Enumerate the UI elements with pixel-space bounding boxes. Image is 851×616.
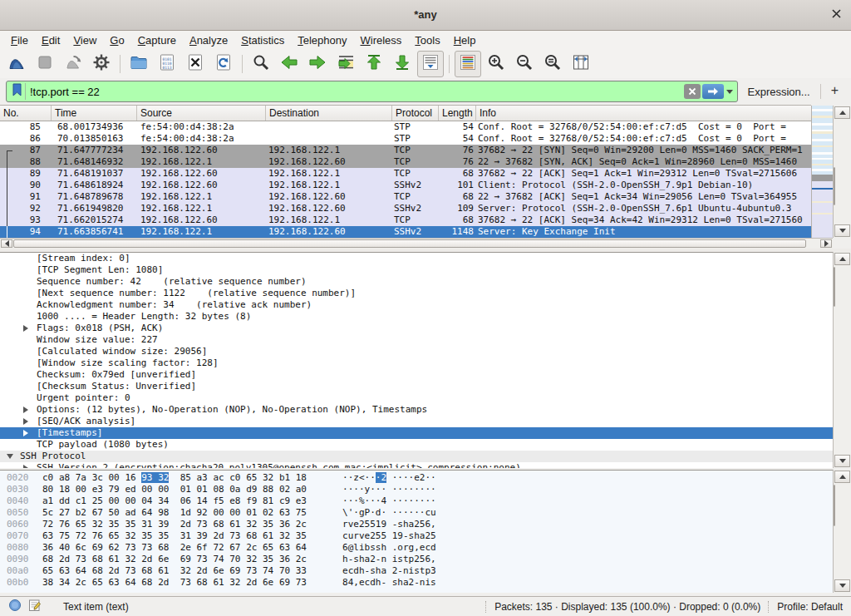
detail-line[interactable]: [TCP Segment Len: 1080] xyxy=(0,264,834,276)
scroll-right-button[interactable] xyxy=(820,239,832,248)
hex-row[interactable]: 008036 40 6c 69 62 73 73 68 2e 6f 72 67 … xyxy=(0,542,834,554)
menu-tools[interactable]: Tools xyxy=(408,31,446,50)
column-header-info[interactable]: Info xyxy=(476,106,811,121)
detail-line[interactable]: SSH Version 2 (encryption:chacha20-poly1… xyxy=(0,462,834,468)
column-header-destination[interactable]: Destination xyxy=(266,106,392,121)
scroll-down-button[interactable] xyxy=(834,455,850,467)
go-to-packet-button[interactable] xyxy=(332,51,359,77)
menu-edit[interactable]: Edit xyxy=(35,31,66,50)
scrollbar-thumb[interactable] xyxy=(13,239,806,248)
detail-line[interactable]: [Window size scaling factor: 128] xyxy=(0,357,834,369)
detail-line[interactable]: Options: (12 bytes), No-Operation (NOP),… xyxy=(0,404,834,416)
hex-row[interactable]: 00a065 63 64 68 2d 73 68 61 32 2d 6e 69 … xyxy=(0,565,834,577)
packet-row[interactable]: 8568.001734936fe:54:00:d4:38:2aSTP54Conf… xyxy=(0,121,811,133)
hex-pane-vscrollbar[interactable] xyxy=(833,470,851,593)
zoom-100-button[interactable] xyxy=(539,51,566,77)
hex-row[interactable]: 00b038 34 2c 65 63 64 68 2d 73 68 61 32 … xyxy=(0,577,834,589)
file-reload-button[interactable] xyxy=(210,51,237,77)
packet-list-minimap[interactable] xyxy=(811,106,833,238)
scrollbar-thumb[interactable] xyxy=(834,485,835,526)
scroll-left-button[interactable] xyxy=(1,239,12,248)
filter-clear-button[interactable] xyxy=(684,84,701,99)
packet-row[interactable]: 8971.648191037192.168.122.60192.168.122.… xyxy=(0,168,811,180)
detail-line[interactable]: SSH Protocol xyxy=(0,451,834,462)
add-filter-button[interactable]: + xyxy=(828,83,845,100)
close-button[interactable] xyxy=(828,7,844,23)
capture-comment-button[interactable] xyxy=(28,599,42,614)
packet-row[interactable]: 8670.013850163fe:54:00:d4:38:2aSTP54Conf… xyxy=(0,133,811,145)
scroll-up-button[interactable] xyxy=(834,471,850,483)
packet-row[interactable]: 9371.662015274192.168.122.60192.168.122.… xyxy=(0,214,811,226)
go-back-button[interactable] xyxy=(276,51,303,77)
menu-statistics[interactable]: Statistics xyxy=(234,31,291,50)
packet-row[interactable]: 9071.648618924192.168.122.60192.168.122.… xyxy=(0,180,811,191)
detail-line[interactable]: Window size value: 227 xyxy=(0,334,834,346)
hex-row[interactable]: 0040a1 dd c1 25 00 00 04 34 06 14 f5 e8 … xyxy=(0,495,834,507)
expand-arrow-icon[interactable] xyxy=(23,407,28,413)
detail-line[interactable]: Checksum: 0x79ed [unverified] xyxy=(0,369,834,381)
capture-restart-button[interactable] xyxy=(60,51,86,77)
expand-arrow-icon[interactable] xyxy=(23,325,28,332)
detail-line[interactable]: [Stream index: 0] xyxy=(0,253,834,264)
menu-wireless[interactable]: Wireless xyxy=(354,31,409,50)
capture-options-button[interactable] xyxy=(88,51,115,77)
menu-help[interactable]: Help xyxy=(447,31,483,50)
detail-line[interactable]: [Next sequence number: 1122 (relative se… xyxy=(0,288,834,299)
detail-line[interactable]: TCP payload (1080 bytes) xyxy=(0,439,834,451)
filter-apply-button[interactable] xyxy=(702,84,724,99)
detail-line[interactable]: [Checksum Status: Unverified] xyxy=(0,381,834,392)
go-forward-button[interactable] xyxy=(304,51,331,77)
packet-row[interactable]: 9171.648789678192.168.122.1192.168.122.6… xyxy=(0,191,811,203)
column-header-source[interactable]: Source xyxy=(137,106,266,121)
file-save-button[interactable]: 010101100113 xyxy=(154,51,180,77)
hex-row[interactable]: 003080 18 00 e3 79 ed 00 00 01 01 08 0a … xyxy=(0,484,834,495)
hex-row[interactable]: 006072 76 65 32 35 35 31 39 2d 73 68 61 … xyxy=(0,519,834,530)
file-close-button[interactable] xyxy=(182,51,209,77)
auto-scroll-button[interactable] xyxy=(417,51,444,77)
find-packet-button[interactable] xyxy=(248,51,274,77)
scroll-up-button[interactable] xyxy=(834,106,850,119)
file-open-button[interactable] xyxy=(125,51,152,77)
menu-analyze[interactable]: Analyze xyxy=(183,31,234,50)
hex-row[interactable]: 00505c 27 b2 67 50 ad 64 98 1d 92 00 00 … xyxy=(0,507,834,519)
scroll-up-button[interactable] xyxy=(834,253,850,265)
detail-line[interactable]: [Calculated window size: 29056] xyxy=(0,346,834,357)
packet-row[interactable]: 8871.648146932192.168.122.1192.168.122.6… xyxy=(0,156,811,168)
scrollbar-thumb[interactable] xyxy=(834,167,835,205)
expression-button[interactable]: Expression... xyxy=(745,86,814,98)
zoom-in-button[interactable] xyxy=(483,51,509,77)
display-filter-field[interactable] xyxy=(6,81,738,102)
detail-line[interactable]: Flags: 0x018 (PSH, ACK) xyxy=(0,323,834,334)
packet-row[interactable]: 8771.647777234192.168.122.60192.168.122.… xyxy=(0,145,811,156)
detail-pane-vscrollbar[interactable] xyxy=(833,252,851,468)
resize-columns-button[interactable] xyxy=(568,51,594,77)
detail-line[interactable]: [Timestamps] xyxy=(0,427,834,439)
menu-file[interactable]: File xyxy=(4,31,35,50)
detail-line[interactable]: Acknowledgment number: 34 (relative ack … xyxy=(0,299,834,311)
expert-info-button[interactable] xyxy=(8,599,22,614)
column-header-time[interactable]: Time xyxy=(52,106,137,121)
menu-view[interactable]: View xyxy=(66,31,103,50)
colorize-packets-button[interactable] xyxy=(455,51,481,77)
column-header-no[interactable]: No. xyxy=(0,106,52,121)
profile-label[interactable]: Profile: Default xyxy=(777,601,843,613)
zoom-out-button[interactable] xyxy=(511,51,538,77)
detail-line[interactable]: Sequence number: 42 (relative sequence n… xyxy=(0,276,834,288)
detail-line[interactable]: 1000 .... = Header Length: 32 bytes (8) xyxy=(0,311,834,323)
capture-stop-button[interactable] xyxy=(32,51,58,77)
scroll-down-button[interactable] xyxy=(834,579,850,592)
menu-telephony[interactable]: Telephony xyxy=(291,31,353,50)
detail-line[interactable]: [SEQ/ACK analysis] xyxy=(0,416,834,427)
go-first-button[interactable] xyxy=(361,51,387,77)
hex-row[interactable]: 007063 75 72 76 65 32 35 35 31 39 2d 73 … xyxy=(0,530,834,542)
detail-line[interactable]: Urgent pointer: 0 xyxy=(0,392,834,404)
column-header-protocol[interactable]: Protocol xyxy=(392,106,439,121)
display-filter-input[interactable] xyxy=(26,82,684,101)
collapse-arrow-icon[interactable] xyxy=(7,454,13,459)
expand-arrow-icon[interactable] xyxy=(23,430,28,436)
capture-start-button[interactable] xyxy=(3,51,30,77)
packet-list-vscrollbar[interactable] xyxy=(833,106,851,238)
scrollbar-thumb[interactable] xyxy=(834,267,835,307)
menu-capture[interactable]: Capture xyxy=(131,31,183,50)
menu-go[interactable]: Go xyxy=(103,31,130,50)
